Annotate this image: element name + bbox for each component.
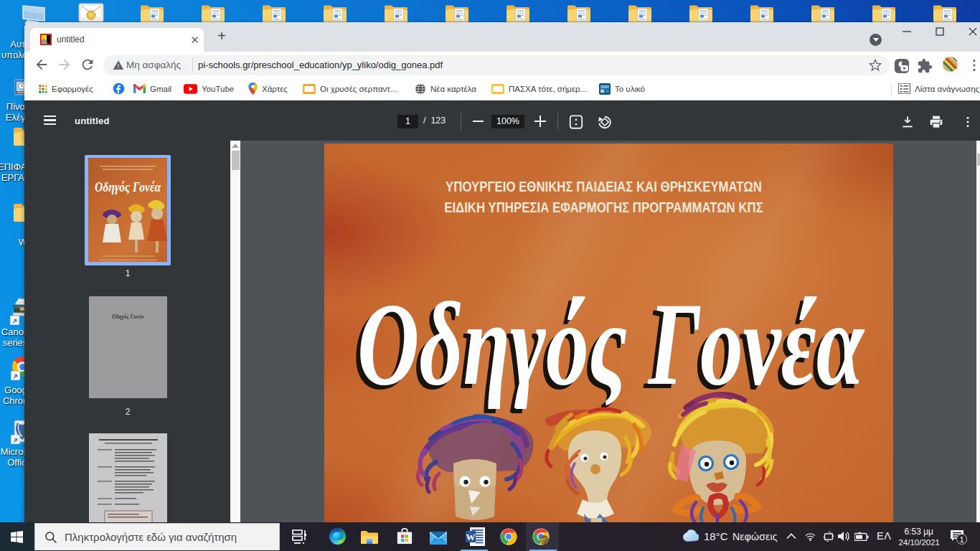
svg-text:Οδηγός Γονέα: Οδηγός Γονέα	[357, 278, 865, 410]
svg-text:Οδηγός Γονέα: Οδηγός Γονέα	[95, 180, 161, 194]
